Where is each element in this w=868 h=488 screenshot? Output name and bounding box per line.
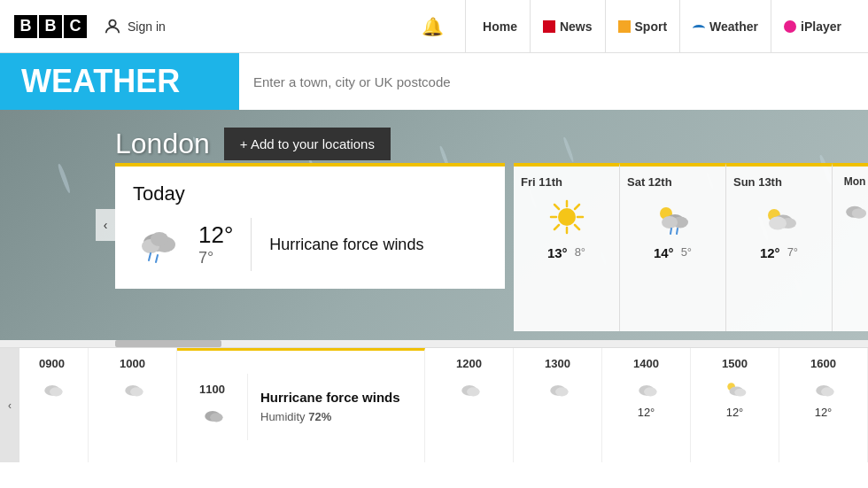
location-overlay: London + Add to your locations	[115, 128, 391, 160]
hourly-detail-humidity: Humidity 72%	[260, 410, 415, 423]
forecast-date-fri: Fri 11th	[521, 175, 562, 189]
sign-in-button[interactable]: Sign in	[103, 17, 166, 36]
svg-point-39	[644, 387, 657, 396]
forecast-high-sun: 12°	[760, 245, 780, 260]
forecast-day-mon[interactable]: Mon	[833, 163, 868, 331]
hero-section: London + Add to your locations ‹ Today 1…	[0, 110, 868, 340]
svg-point-35	[467, 387, 480, 396]
hourly-icon-0900	[38, 374, 66, 402]
svg-point-7	[558, 208, 576, 226]
svg-point-33	[210, 413, 223, 422]
forecast-temps-sat: 14° 5°	[654, 245, 692, 260]
bbc-c: C	[64, 15, 87, 38]
forecast-panels: Fri 11th 13° 8° Sat 12th	[514, 163, 868, 331]
hourly-col-1600: 1600 12°	[779, 348, 868, 462]
svg-line-6	[156, 255, 158, 262]
sign-in-label: Sign in	[128, 19, 166, 34]
forecast-date-sat: Sat 12th	[627, 175, 672, 189]
bbc-b2: B	[39, 15, 62, 38]
today-card: Today 12° 7° Hurricane force wind	[115, 163, 505, 289]
forecast-low-sat: 5°	[681, 245, 692, 260]
nav-bar: Home News Sport Weather iPlayer	[465, 0, 854, 52]
svg-line-14	[575, 205, 579, 209]
forecast-day-sat[interactable]: Sat 12th 14° 5°	[620, 163, 726, 331]
hourly-time-1000: 1000	[120, 357, 145, 370]
hourly-icon-1600	[810, 374, 838, 402]
forecast-icon-mon	[839, 193, 868, 225]
svg-point-44	[821, 387, 834, 396]
hourly-detail-title: Hurricane force winds	[260, 390, 415, 405]
forecast-low-fri: 8°	[575, 245, 585, 260]
weather-search-input[interactable]	[253, 74, 854, 89]
bell-icon[interactable]: 🔔	[422, 16, 444, 37]
nav-iplayer[interactable]: iPlayer	[771, 0, 854, 52]
forecast-scroll-left[interactable]: ‹	[96, 209, 115, 241]
hourly-icon-1200	[455, 374, 484, 402]
hourly-scroll-left[interactable]: ‹	[0, 348, 19, 462]
hourly-col-1500: 1500 12°	[691, 348, 779, 462]
svg-line-5	[149, 253, 151, 260]
hourly-section: ‹ 0900 1000 1100	[0, 347, 868, 462]
location-name: London	[115, 128, 210, 160]
weather-title: WEATHER	[0, 53, 239, 110]
sport-icon	[618, 20, 631, 33]
hourly-scrollbar-thumb	[115, 340, 221, 347]
forecast-icon-sat	[654, 198, 693, 236]
hourly-time-1500: 1500	[722, 357, 748, 370]
hourly-col-1200: 1200	[425, 348, 514, 462]
forecast-date-sun: Sun 13th	[733, 175, 782, 189]
svg-point-25	[769, 217, 787, 230]
user-icon	[103, 17, 122, 36]
bbc-logo: B B C	[14, 15, 87, 38]
forecast-day-fri[interactable]: Fri 11th 13° 8°	[514, 163, 620, 331]
nav-news[interactable]: News	[530, 0, 605, 52]
svg-line-20	[670, 229, 671, 234]
news-icon	[543, 20, 555, 33]
svg-line-21	[677, 229, 678, 234]
svg-point-37	[555, 387, 569, 396]
weather-search-container	[239, 53, 868, 110]
svg-point-29	[50, 387, 63, 396]
hourly-col-1300: 1300	[514, 348, 602, 462]
hourly-time-1300: 1300	[545, 357, 570, 370]
hourly-icon-1400	[632, 374, 661, 402]
weather-bar: WEATHER	[0, 53, 868, 110]
iplayer-icon	[784, 20, 796, 33]
hourly-col-1100: 1100 Hurricane force winds Humidity 72%	[177, 348, 425, 462]
hourly-col-1000: 1000	[89, 348, 177, 462]
svg-point-42	[734, 389, 746, 397]
weather-icon	[693, 25, 705, 32]
today-weather-icon	[133, 218, 186, 271]
hourly-temp-1600: 12°	[815, 406, 833, 419]
hourly-col-1400: 1400 12°	[602, 348, 691, 462]
hourly-1100-time-col: 1100	[177, 374, 248, 440]
hourly-scrollbar[interactable]	[0, 340, 868, 347]
forecast-temps-sun: 12° 7°	[760, 245, 798, 260]
hourly-time-0900: 0900	[39, 357, 65, 370]
hourly-icon-1100	[198, 399, 227, 428]
svg-line-15	[554, 225, 559, 229]
add-location-button[interactable]: + Add to your locations	[224, 128, 391, 160]
nav-sport[interactable]: Sport	[605, 0, 680, 52]
forecast-icon-fri	[547, 198, 586, 236]
nav-weather[interactable]: Weather	[679, 0, 771, 52]
svg-line-13	[575, 225, 579, 229]
bbc-b1: B	[14, 15, 37, 38]
forecast-temps-fri: 13° 8°	[547, 245, 585, 260]
forecast-icon-sun	[760, 198, 799, 236]
hourly-time-1400: 1400	[633, 357, 659, 370]
svg-point-19	[662, 216, 678, 229]
today-description: Hurricane force winds	[252, 236, 423, 254]
hourly-temp-1400: 12°	[638, 406, 655, 419]
nav-home[interactable]: Home	[465, 0, 530, 52]
forecast-high-sat: 14°	[654, 245, 674, 260]
svg-line-12	[554, 205, 559, 209]
hourly-time-1600: 1600	[810, 357, 836, 370]
today-content: 12° 7° Hurricane force winds	[133, 218, 487, 271]
svg-point-0	[109, 19, 115, 26]
hourly-icon-1000	[119, 374, 147, 402]
forecast-high-fri: 13°	[547, 245, 568, 260]
forecast-day-sun[interactable]: Sun 13th 12° 7°	[726, 163, 833, 331]
hourly-icon-1300	[544, 374, 572, 402]
header: B B C Sign in 🔔 Home News Sport Weather …	[0, 0, 868, 53]
